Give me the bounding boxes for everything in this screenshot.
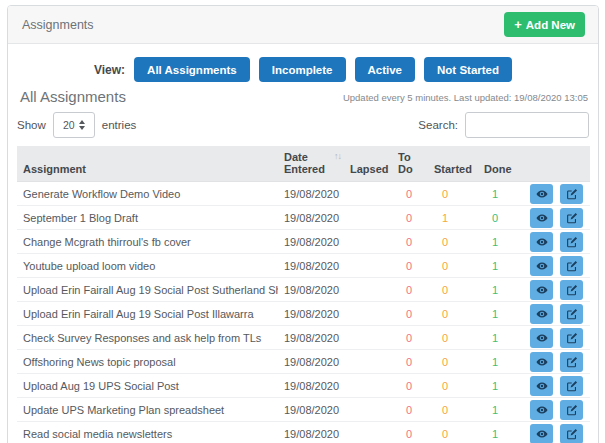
date-entered-cell: 19/08/2020 [278, 422, 344, 443]
date-entered-cell: 19/08/2020 [278, 182, 344, 206]
eye-icon [536, 188, 548, 200]
edit-assignment-button[interactable] [560, 352, 583, 372]
view-assignment-button[interactable] [530, 400, 553, 420]
filter-all-assignments-button[interactable]: All Assignments [134, 57, 250, 82]
table-row: Offshoring News topic proposal 19/08/202… [17, 350, 590, 374]
edit-pencil-icon [566, 188, 578, 200]
filter-active-button[interactable]: Active [355, 57, 416, 82]
done-count-cell: 1 [478, 254, 524, 278]
eye-icon [536, 308, 548, 320]
column-header-assignment[interactable]: Assignment [17, 146, 278, 182]
started-count-cell: 1 [428, 206, 478, 230]
column-header-lapsed[interactable]: Lapsed [344, 146, 392, 182]
to-do-count-cell: 0 [392, 182, 428, 206]
assignments-table-header: Assignment Date Entered ↑↓ Lapsed To Do … [17, 146, 590, 182]
started-count-cell: 0 [428, 254, 478, 278]
assignment-name-cell: Check Survey Responses and ask help from… [17, 326, 278, 350]
eye-icon [536, 380, 548, 392]
assignment-name-cell: Youtube upload loom video [17, 254, 278, 278]
eye-icon [536, 332, 548, 344]
last-updated-note: Updated every 5 minutes. Last updated: 1… [343, 92, 588, 105]
view-assignment-button[interactable] [530, 328, 553, 348]
edit-assignment-button[interactable] [560, 376, 583, 396]
lapsed-cell [344, 326, 392, 350]
to-do-count-cell: 0 [392, 230, 428, 254]
to-do-count-cell: 0 [392, 206, 428, 230]
done-count-cell: 1 [478, 398, 524, 422]
sort-icon[interactable]: ↑↓ [334, 151, 341, 161]
date-entered-cell: 19/08/2020 [278, 278, 344, 302]
started-count-cell: 0 [428, 350, 478, 374]
to-do-count-cell: 0 [392, 302, 428, 326]
edit-assignment-button[interactable] [560, 280, 583, 300]
edit-assignment-button[interactable] [560, 184, 583, 204]
filter-not-started-button[interactable]: Not Started [424, 57, 512, 82]
assignment-name-cell: Update UPS Marketing Plan spreadsheet [17, 398, 278, 422]
view-assignment-button[interactable] [530, 184, 553, 204]
done-count-cell: 1 [478, 374, 524, 398]
actions-cell [524, 278, 590, 302]
edit-pencil-icon [566, 356, 578, 368]
edit-assignment-button[interactable] [560, 232, 583, 252]
column-header-date-entered[interactable]: Date Entered ↑↓ [278, 146, 344, 182]
edit-pencil-icon [566, 332, 578, 344]
edit-pencil-icon [566, 404, 578, 416]
to-do-count-cell: 0 [392, 374, 428, 398]
edit-assignment-button[interactable] [560, 328, 583, 348]
column-header-to-do[interactable]: To Do [392, 146, 428, 182]
summary-row: All Assignments Updated every 5 minutes.… [8, 82, 598, 105]
done-count-cell: 1 [478, 326, 524, 350]
edit-assignment-button[interactable] [560, 208, 583, 228]
search-input[interactable] [465, 112, 589, 138]
view-assignment-button[interactable] [530, 256, 553, 276]
done-count-cell: 1 [478, 302, 524, 326]
view-assignment-button[interactable] [530, 208, 553, 228]
view-assignment-button[interactable] [530, 232, 553, 252]
started-count-cell: 0 [428, 278, 478, 302]
assignment-name-cell: Upload Erin Fairall Aug 19 Social Post I… [17, 302, 278, 326]
column-header-started[interactable]: Started [428, 146, 478, 182]
assignment-name-cell: Change Mcgrath thirroul's fb cover [17, 230, 278, 254]
to-do-count-cell: 0 [392, 350, 428, 374]
table-row: Upload Erin Fairall Aug 19 Social Post I… [17, 302, 590, 326]
edit-pencil-icon [566, 308, 578, 320]
date-entered-cell: 19/08/2020 [278, 254, 344, 278]
view-assignment-button[interactable] [530, 424, 553, 443]
done-count-cell: 1 [478, 278, 524, 302]
lapsed-cell [344, 302, 392, 326]
edit-pencil-icon [566, 236, 578, 248]
lapsed-cell [344, 254, 392, 278]
show-label: Show [17, 119, 46, 131]
to-do-count-cell: 0 [392, 398, 428, 422]
view-assignment-button[interactable] [530, 376, 553, 396]
actions-cell [524, 326, 590, 350]
assignment-name-cell: Upload Erin Fairall Aug 19 Social Post S… [17, 278, 278, 302]
date-entered-cell: 19/08/2020 [278, 230, 344, 254]
filter-incomplete-button[interactable]: Incomplete [259, 57, 346, 82]
view-assignment-button[interactable] [530, 280, 553, 300]
date-entered-cell: 19/08/2020 [278, 374, 344, 398]
entries-count-select[interactable]: 20 [53, 112, 95, 138]
edit-assignment-button[interactable] [560, 256, 583, 276]
table-row: September 1 Blog Draft 19/08/2020 0 1 0 [17, 206, 590, 230]
edit-assignment-button[interactable] [560, 304, 583, 324]
started-count-cell: 0 [428, 374, 478, 398]
entries-suffix-label: entries [102, 119, 137, 131]
edit-assignment-button[interactable] [560, 400, 583, 420]
assignment-name-cell: Generate Workflow Demo Video [17, 182, 278, 206]
add-new-button[interactable]: + Add New [504, 12, 585, 37]
eye-icon [536, 404, 548, 416]
view-assignment-button[interactable] [530, 352, 553, 372]
eye-icon [536, 428, 548, 440]
column-header-actions [524, 146, 590, 182]
actions-cell [524, 350, 590, 374]
search-label: Search: [418, 119, 458, 131]
column-header-done[interactable]: Done [478, 146, 524, 182]
eye-icon [536, 356, 548, 368]
assignments-table-body: Generate Workflow Demo Video 19/08/2020 … [17, 182, 590, 443]
date-entered-cell: 19/08/2020 [278, 398, 344, 422]
search-control: Search: [418, 112, 589, 138]
edit-assignment-button[interactable] [560, 424, 583, 443]
view-assignment-button[interactable] [530, 304, 553, 324]
lapsed-cell [344, 206, 392, 230]
